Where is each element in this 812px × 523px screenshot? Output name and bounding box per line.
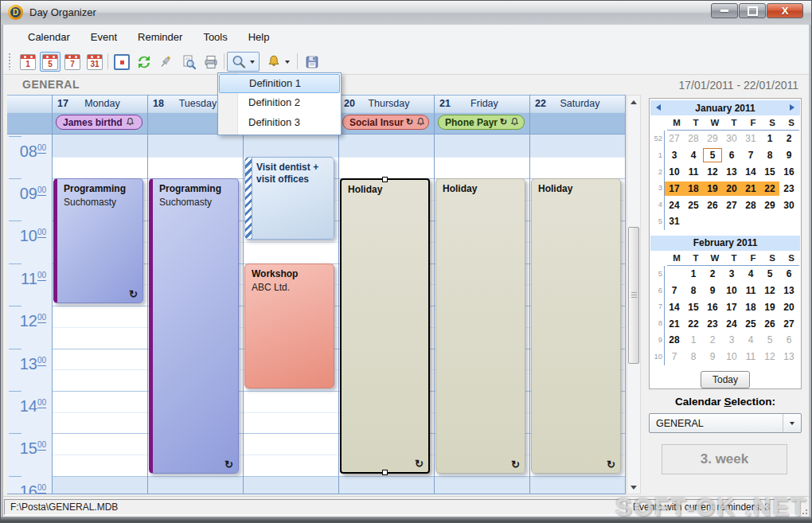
event-programming[interactable]: ProgrammingSuchomasty↻ xyxy=(149,178,239,474)
scroll-down-button[interactable] xyxy=(627,481,640,494)
dropdown-item-definition-1[interactable]: Definition 1 xyxy=(219,74,340,93)
mini-calendar-day[interactable]: 12 xyxy=(760,349,779,364)
mini-calendar-day[interactable]: 17 xyxy=(665,181,684,196)
event-holiday[interactable]: Holiday↻ xyxy=(435,178,525,474)
mini-calendar-day[interactable]: 13 xyxy=(779,283,798,298)
mini-calendar-day[interactable]: 30 xyxy=(722,131,741,146)
mini-calendar-day[interactable]: 2 xyxy=(703,333,722,347)
mini-calendar-day[interactable]: 2 xyxy=(779,131,798,146)
event-visit-dentist-visit-offices[interactable]: Visit dentist + visit offices xyxy=(244,157,334,240)
print-button[interactable] xyxy=(201,52,221,72)
view-5-days-button[interactable]: 5 xyxy=(40,52,61,72)
menu-item-tools[interactable]: Tools xyxy=(193,28,237,46)
mini-calendar-day[interactable]: 23 xyxy=(703,317,722,331)
mini-calendar-day[interactable]: 27 xyxy=(665,131,684,146)
mini-calendar-day[interactable]: 7 xyxy=(665,283,684,298)
view-7-days-button[interactable]: 7 xyxy=(62,52,83,72)
mini-calendar-day[interactable]: 7 xyxy=(741,148,760,162)
mini-calendar-day[interactable] xyxy=(665,267,684,281)
mini-calendar-day[interactable]: 26 xyxy=(760,317,779,331)
mini-calendar-day[interactable]: 13 xyxy=(779,349,798,364)
mini-calendar-day[interactable]: 8 xyxy=(684,349,703,364)
mini-calendar-day[interactable]: 4 xyxy=(741,333,760,347)
mini-calendar-day[interactable]: 6 xyxy=(779,267,798,281)
mini-calendar-day[interactable]: 9 xyxy=(703,349,722,364)
reminders-dropdown-caret[interactable] xyxy=(285,60,290,64)
mini-calendar-day[interactable]: 15 xyxy=(684,300,703,314)
combobox-arrow[interactable] xyxy=(783,414,801,432)
today-button[interactable]: Today xyxy=(701,371,750,388)
day-header-saturday[interactable]: 22Saturday xyxy=(529,96,625,111)
mini-calendar-day[interactable]: 27 xyxy=(722,198,741,213)
mini-calendar-day[interactable]: 20 xyxy=(779,300,798,314)
mini-calendar-day[interactable]: 5 xyxy=(760,333,779,347)
mini-calendar-day[interactable]: 22 xyxy=(684,317,703,331)
day-header-thursday[interactable]: 20Thursday xyxy=(338,96,434,111)
mini-calendar-day[interactable]: 23 xyxy=(779,181,798,196)
mini-calendar-day[interactable]: 20 xyxy=(722,181,741,196)
mini-calendar-day[interactable]: 29 xyxy=(760,198,779,213)
mini-calendar-day[interactable]: 1 xyxy=(684,267,703,281)
mini-calendar-day[interactable]: 21 xyxy=(665,317,684,331)
mini-calendar-day[interactable]: 4 xyxy=(741,267,760,281)
mini-calendar-day[interactable]: 25 xyxy=(684,198,703,213)
resize-handle-bottom[interactable] xyxy=(382,470,388,475)
goto-date-button[interactable] xyxy=(111,52,132,72)
mini-calendar-day[interactable]: 31 xyxy=(741,131,760,146)
mini-calendar-day[interactable]: 11 xyxy=(684,165,703,179)
all-day-event-red[interactable]: Social Insur↻ xyxy=(342,115,429,130)
mini-calendar-day[interactable]: 10 xyxy=(722,349,741,364)
mini-calendar-day[interactable]: 3 xyxy=(722,267,741,281)
mini-calendar-day[interactable]: 1 xyxy=(684,333,703,347)
zoom-definitions-button[interactable] xyxy=(227,52,260,72)
mini-calendar-day[interactable]: 8 xyxy=(760,148,779,162)
mini-calendar-day[interactable]: 2 xyxy=(703,267,722,281)
reminders-button[interactable] xyxy=(262,52,295,72)
mini-calendar-day[interactable]: 16 xyxy=(703,300,722,314)
menu-item-reminder[interactable]: Reminder xyxy=(127,28,193,46)
mini-calendar-day[interactable]: 11 xyxy=(741,349,760,364)
mini-calendar-day[interactable]: 8 xyxy=(684,283,703,298)
title-bar[interactable]: D Day Organizer X xyxy=(1,1,811,25)
menu-item-help[interactable]: Help xyxy=(238,28,280,46)
next-month-arrow-icon[interactable] xyxy=(790,104,794,111)
mini-calendar-day[interactable]: 3 xyxy=(722,333,741,347)
mini-calendar-day[interactable]: 30 xyxy=(779,198,798,213)
mini-calendar-day[interactable]: 13 xyxy=(722,165,741,179)
mini-calendar-day[interactable]: 12 xyxy=(760,283,779,298)
mini-calendar-day[interactable]: 28 xyxy=(741,198,760,213)
mini-calendar-day[interactable]: 24 xyxy=(722,317,741,331)
mini-calendar-day[interactable]: 1 xyxy=(760,131,779,146)
mini-calendar-day[interactable]: 22 xyxy=(760,181,779,196)
mini-calendar-day[interactable]: 11 xyxy=(741,283,760,298)
mini-calendar-day[interactable]: 6 xyxy=(722,148,741,162)
mini-calendar-day[interactable]: 21 xyxy=(741,181,760,196)
event-holiday[interactable]: Holiday↻ xyxy=(340,178,430,474)
mini-calendar-day[interactable]: 14 xyxy=(741,165,760,179)
mini-calendar-day[interactable]: 18 xyxy=(684,181,703,196)
toolbar-grip[interactable] xyxy=(8,53,11,70)
mini-calendar-today-cell[interactable]: 5 xyxy=(703,148,722,162)
mini-calendar-day[interactable]: 12 xyxy=(703,165,722,179)
mini-calendar-day[interactable]: 18 xyxy=(741,300,760,314)
day-header-friday[interactable]: 21Friday xyxy=(434,96,529,111)
prev-month-arrow-icon[interactable] xyxy=(656,104,661,111)
mini-calendar-day[interactable]: 7 xyxy=(665,349,684,364)
all-day-event-green[interactable]: Phone Payr↻ xyxy=(438,115,525,130)
refresh-button[interactable] xyxy=(134,52,154,72)
menu-item-event[interactable]: Event xyxy=(80,28,127,46)
print-preview-button[interactable] xyxy=(178,52,199,72)
resize-handle-top[interactable] xyxy=(382,177,388,182)
event-workshop[interactable]: WorkshopABC Ltd. xyxy=(244,263,334,388)
dropdown-item-definition-3[interactable]: Definition 3 xyxy=(218,113,341,133)
dropdown-item-definition-2[interactable]: Definition 2 xyxy=(218,93,341,113)
event-holiday[interactable]: Holiday↻ xyxy=(531,178,621,474)
mini-calendar-day[interactable]: 26 xyxy=(703,198,722,213)
mini-calendar-day[interactable]: 3 xyxy=(665,148,684,162)
mini-calendar-day[interactable]: 31 xyxy=(665,214,684,228)
mini-calendar-day[interactable]: 9 xyxy=(779,148,798,162)
scrollbar-thumb[interactable] xyxy=(628,227,639,364)
mini-calendar-day[interactable]: 9 xyxy=(703,283,722,298)
mini-calendar-day[interactable]: 25 xyxy=(741,317,760,331)
mini-calendar-day[interactable]: 14 xyxy=(665,300,684,314)
